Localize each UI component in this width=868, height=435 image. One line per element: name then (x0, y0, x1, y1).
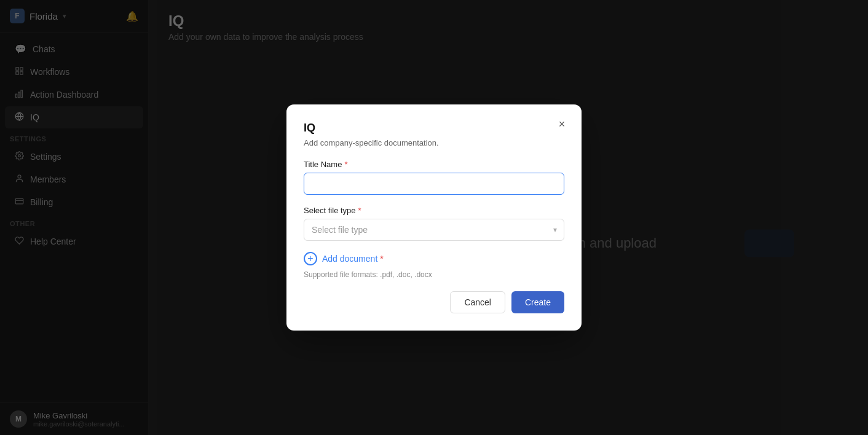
file-type-required-star: * (358, 206, 361, 215)
title-name-label: Title Name * (304, 160, 564, 169)
add-document-icon: + (304, 252, 317, 265)
title-name-group: Title Name * (304, 160, 564, 195)
modal-overlay: × IQ Add company-specific documentation.… (0, 0, 868, 435)
create-button[interactable]: Create (511, 291, 564, 313)
modal-title: IQ (304, 122, 564, 135)
modal-actions: Cancel Create (304, 291, 564, 313)
add-document-label: Add document * (322, 254, 384, 264)
cancel-button[interactable]: Cancel (450, 291, 505, 313)
file-type-label: Select file type * (304, 206, 564, 215)
file-type-group: Select file type * Select file type .pdf… (304, 206, 564, 241)
add-document-required-star: * (380, 254, 383, 264)
file-type-select[interactable]: Select file type .pdf .doc .docx (304, 219, 564, 241)
title-name-input[interactable] (304, 173, 564, 195)
title-required-star: * (344, 160, 347, 169)
modal-dialog: × IQ Add company-specific documentation.… (286, 104, 582, 331)
add-document-row[interactable]: + Add document * (304, 252, 564, 265)
modal-close-button[interactable]: × (553, 116, 570, 133)
supported-formats-text: Supported file formats: .pdf, .doc, .doc… (304, 270, 564, 279)
file-type-select-wrapper: Select file type .pdf .doc .docx ▾ (304, 219, 564, 241)
modal-description: Add company-specific documentation. (304, 138, 564, 147)
